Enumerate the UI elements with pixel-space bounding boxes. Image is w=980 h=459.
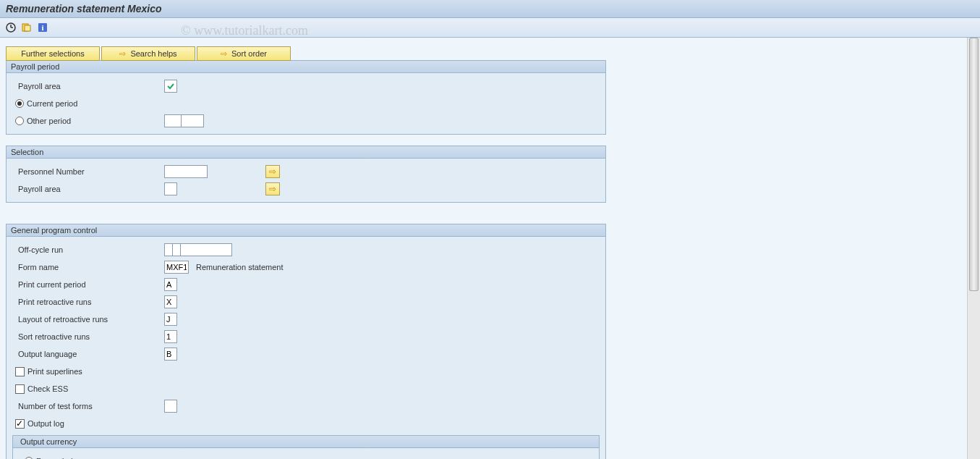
selection-title: Selection bbox=[7, 146, 605, 159]
toolbar: i bbox=[0, 18, 980, 38]
output-currency-title: Output currency bbox=[13, 436, 599, 448]
sort-retro-label: Sort retroactive runs bbox=[12, 332, 164, 341]
output-log-option[interactable]: Output log bbox=[12, 419, 164, 429]
vertical-scrollbar[interactable] bbox=[967, 38, 980, 459]
personnel-number-input[interactable] bbox=[164, 165, 208, 178]
output-log-checkbox[interactable] bbox=[15, 419, 25, 429]
other-period-input-1[interactable] bbox=[164, 114, 182, 127]
arrow-right-icon: ⇨ bbox=[221, 49, 227, 59]
output-lang-input[interactable] bbox=[164, 348, 177, 361]
svg-rect-4 bbox=[25, 25, 30, 31]
other-period-label: Other period bbox=[27, 117, 71, 125]
content-area: ▲ ▼ Further selections ⇨ Search helps ⇨ … bbox=[0, 38, 980, 459]
current-period-option[interactable]: Current period bbox=[12, 99, 164, 108]
arrow-right-icon: ⇨ bbox=[119, 49, 126, 59]
title-text: Remuneration statement Mexico bbox=[6, 3, 162, 14]
page-title: Remuneration statement Mexico bbox=[0, 0, 980, 18]
variant-icon[interactable] bbox=[20, 21, 33, 34]
selection-button-row: Further selections ⇨ Search helps ⇨ Sort… bbox=[6, 46, 974, 61]
other-period-radio[interactable] bbox=[15, 117, 24, 125]
num-test-forms-input[interactable] bbox=[164, 400, 177, 413]
print-superlines-label: Print superlines bbox=[27, 367, 82, 376]
current-period-label: Current period bbox=[27, 99, 77, 108]
layout-retro-input[interactable] bbox=[164, 313, 177, 326]
personnel-number-multiselect-button[interactable]: ⇨ bbox=[265, 165, 280, 178]
print-superlines-checkbox[interactable] bbox=[15, 367, 25, 376]
form-name-label: Form name bbox=[12, 263, 164, 271]
output-log-label: Output log bbox=[27, 419, 64, 428]
output-lang-label: Output language bbox=[12, 350, 164, 358]
general-control-group: General program control Off-cycle run Fo… bbox=[6, 224, 606, 459]
num-test-forms-label: Number of test forms bbox=[12, 402, 164, 410]
sort-order-button[interactable]: ⇨ Sort order bbox=[197, 46, 291, 61]
off-cycle-input-3[interactable] bbox=[180, 243, 232, 256]
form-name-description: Remuneration statement bbox=[196, 263, 283, 271]
print-current-input[interactable] bbox=[164, 278, 177, 291]
selection-payroll-area-label: Payroll area bbox=[12, 185, 164, 193]
personnel-number-label: Personnel Number bbox=[12, 167, 164, 176]
current-period-radio[interactable] bbox=[15, 99, 24, 108]
payroll-area-label: Payroll area bbox=[12, 82, 164, 90]
search-helps-label: Search helps bbox=[130, 49, 176, 58]
print-retro-input[interactable] bbox=[164, 295, 177, 308]
selection-group: Selection Personnel Number ⇨ Payroll are… bbox=[6, 146, 606, 203]
sort-retro-input[interactable] bbox=[164, 330, 177, 343]
other-period-input-2[interactable] bbox=[181, 114, 204, 127]
payroll-area-selector[interactable] bbox=[164, 80, 177, 93]
print-superlines-option[interactable]: Print superlines bbox=[12, 367, 164, 376]
output-currency-group: Output currency For-period bbox=[12, 435, 600, 459]
search-helps-button[interactable]: ⇨ Search helps bbox=[101, 46, 195, 61]
off-cycle-label: Off-cycle run bbox=[12, 245, 164, 254]
scrollbar-thumb[interactable] bbox=[969, 38, 979, 291]
check-ess-checkbox[interactable] bbox=[15, 384, 25, 394]
arrow-right-icon: ⇨ bbox=[269, 184, 276, 194]
print-current-label: Print current period bbox=[12, 280, 164, 289]
further-selections-label: Further selections bbox=[21, 49, 84, 58]
form-name-input[interactable] bbox=[164, 261, 189, 274]
payroll-period-title: Payroll period bbox=[7, 61, 605, 73]
further-selections-button[interactable]: Further selections bbox=[6, 46, 100, 61]
payroll-area-multiselect-button[interactable]: ⇨ bbox=[265, 182, 280, 195]
check-ess-option[interactable]: Check ESS bbox=[12, 384, 164, 394]
info-icon[interactable]: i bbox=[36, 21, 49, 34]
check-ess-label: Check ESS bbox=[27, 384, 68, 393]
general-control-title: General program control bbox=[7, 224, 605, 237]
sort-order-label: Sort order bbox=[231, 49, 267, 58]
payroll-period-group: Payroll period Payroll area Current peri… bbox=[6, 60, 606, 135]
execute-icon[interactable] bbox=[4, 21, 17, 34]
layout-retro-label: Layout of retroactive runs bbox=[12, 315, 164, 324]
other-period-option[interactable]: Other period bbox=[12, 117, 164, 125]
svg-text:i: i bbox=[41, 23, 43, 32]
arrow-right-icon: ⇨ bbox=[269, 167, 276, 177]
print-retro-label: Print retroactive runs bbox=[12, 298, 164, 306]
selection-payroll-area-input[interactable] bbox=[164, 182, 177, 195]
